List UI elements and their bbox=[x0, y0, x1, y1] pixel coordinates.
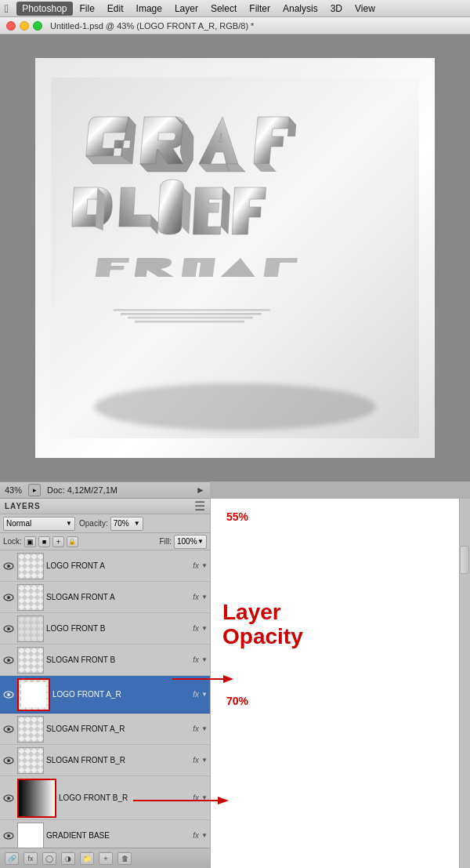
layer-link-button[interactable]: 🔗 bbox=[5, 852, 19, 865]
fill-input[interactable]: 100% ▼ bbox=[174, 535, 207, 549]
menu-photoshop[interactable]: Photoshop bbox=[16, 2, 72, 16]
right-scrollbar[interactable] bbox=[459, 499, 470, 868]
layer-eye-5[interactable] bbox=[2, 688, 15, 701]
layer-eye-9[interactable] bbox=[2, 830, 15, 842]
zoom-level: 43% bbox=[5, 485, 22, 495]
svg-rect-3 bbox=[121, 313, 262, 315]
layer-name-1: LOGO FRONT A bbox=[46, 561, 190, 570]
menu-bar:  Photoshop File Edit Image Layer Select… bbox=[0, 0, 470, 17]
opacity-value: 70% bbox=[114, 519, 129, 528]
menu-filter[interactable]: Filter bbox=[244, 2, 276, 16]
layer-arrow-1: ▼ bbox=[201, 562, 208, 569]
menu-file[interactable]: File bbox=[74, 2, 100, 16]
menu-edit[interactable]: Edit bbox=[102, 2, 129, 16]
layer-mask-button[interactable]: ◯ bbox=[42, 852, 56, 865]
layers-menu-button[interactable]: ☰ bbox=[194, 499, 205, 514]
layer-fx-3: fx bbox=[193, 624, 199, 633]
layer-name-3: LOGO FRONT B bbox=[46, 624, 190, 633]
svg-point-13 bbox=[7, 659, 10, 662]
layer-eye-3[interactable] bbox=[2, 623, 15, 635]
layer-thumb-8 bbox=[17, 779, 56, 818]
layer-name-4: SLOGAN FRONT B bbox=[46, 656, 190, 664]
layer-adj-button[interactable]: ◑ bbox=[61, 852, 75, 865]
layer-row-2[interactable]: SLOGAN FRONT A fx ▼ bbox=[0, 582, 210, 613]
title-bar: Untitled-1.psd @ 43% (LOGO FRONT A_R, RG… bbox=[0, 17, 470, 35]
opacity-input[interactable]: 70% ▼ bbox=[110, 517, 143, 531]
maximize-button[interactable] bbox=[33, 21, 42, 31]
svg-point-23 bbox=[7, 834, 10, 837]
layer-fx-button[interactable]: fx bbox=[24, 852, 38, 865]
layer-arrow-5: ▼ bbox=[201, 691, 208, 698]
layer-row-5-selected[interactable]: LOGO FRONT A_R fx ▼ bbox=[0, 676, 210, 714]
layer-row-1[interactable]: LOGO FRONT A fx ▼ bbox=[0, 550, 210, 582]
menu-3d[interactable]: 3D bbox=[325, 2, 348, 16]
layer-eye-4[interactable] bbox=[2, 654, 15, 666]
layer-fx-4: fx bbox=[193, 656, 199, 664]
svg-point-9 bbox=[7, 596, 10, 599]
layer-eye-8[interactable] bbox=[2, 792, 15, 804]
scrollbar-thumb[interactable] bbox=[460, 546, 469, 574]
layer-fx-6: fx bbox=[193, 725, 199, 733]
lock-transparent-button[interactable]: ▣ bbox=[24, 536, 36, 547]
menu-view[interactable]: View bbox=[349, 2, 381, 16]
layer-name-7: SLOGAN FRONT B_R bbox=[46, 756, 190, 764]
close-button[interactable] bbox=[6, 21, 16, 31]
opacity-arrow: ▼ bbox=[134, 520, 140, 527]
layer-arrow-9: ▼ bbox=[201, 832, 208, 839]
annotation-55-label: 55% bbox=[226, 510, 248, 523]
svg-point-21 bbox=[7, 797, 10, 800]
layer-thumb-1 bbox=[17, 553, 44, 579]
layer-thumb-3 bbox=[17, 616, 44, 642]
traffic-lights bbox=[6, 21, 42, 31]
layer-new-button[interactable]: + bbox=[99, 852, 113, 865]
lock-image-button[interactable]: ■ bbox=[38, 536, 50, 547]
right-panel: 55% LayerOpacity 70% bbox=[210, 499, 470, 868]
lock-label: Lock: bbox=[3, 537, 22, 546]
layer-row-3[interactable]: LOGO FRONT B fx ▼ bbox=[0, 613, 210, 645]
menu-layer[interactable]: Layer bbox=[169, 2, 204, 16]
layer-eye-6[interactable] bbox=[2, 723, 15, 735]
layer-row-6[interactable]: SLOGAN FRONT A_R fx ▼ bbox=[0, 714, 210, 745]
lock-position-button[interactable]: + bbox=[52, 536, 64, 547]
menu-image[interactable]: Image bbox=[131, 2, 168, 16]
annotation-70-label: 70% bbox=[226, 695, 248, 707]
layer-fx-1: fx bbox=[193, 561, 199, 570]
layer-fx-5: fx bbox=[193, 690, 199, 699]
svg-rect-2 bbox=[114, 309, 270, 311]
layer-eye-2[interactable] bbox=[2, 591, 15, 604]
canvas-artwork bbox=[51, 78, 419, 438]
status-icon[interactable]: ▸ bbox=[28, 484, 41, 496]
layer-name-8: LOGO FRONT B_R bbox=[59, 794, 190, 802]
status-expand[interactable]: ► bbox=[196, 485, 205, 496]
layer-row-8[interactable]: LOGO FRONT B_R fx ▼ bbox=[0, 776, 210, 820]
app-wrapper:  Photoshop File Edit Image Layer Select… bbox=[0, 0, 470, 868]
layers-title: LAYERS bbox=[5, 502, 41, 510]
minimize-button[interactable] bbox=[20, 21, 29, 31]
menu-items: Photoshop File Edit Image Layer Select F… bbox=[16, 2, 381, 16]
layer-name-5: LOGO FRONT A_R bbox=[52, 690, 190, 699]
blend-mode-label: Normal bbox=[6, 519, 31, 528]
layer-thumb-6 bbox=[17, 716, 44, 743]
svg-point-7 bbox=[7, 565, 10, 568]
layer-folder-button[interactable]: 📁 bbox=[80, 852, 94, 865]
menu-select[interactable]: Select bbox=[205, 2, 242, 16]
layer-arrow-8: ▼ bbox=[201, 794, 208, 801]
svg-point-15 bbox=[7, 693, 10, 696]
layer-eye-1[interactable] bbox=[2, 560, 15, 572]
layer-arrow-3: ▼ bbox=[201, 625, 208, 632]
layer-fx-8: fx bbox=[193, 794, 199, 802]
window-title: Untitled-1.psd @ 43% (LOGO FRONT A_R, RG… bbox=[50, 21, 254, 31]
blend-mode-select[interactable]: Normal ▼ bbox=[3, 517, 75, 531]
layer-row-7[interactable]: SLOGAN FRONT B_R fx ▼ bbox=[0, 745, 210, 776]
layer-row-4[interactable]: SLOGAN FRONT B fx ▼ bbox=[0, 645, 210, 676]
lock-all-button[interactable]: 🔒 bbox=[67, 536, 78, 547]
annotation-layer-opacity: LayerOpacity bbox=[222, 601, 303, 649]
layer-delete-button[interactable]: 🗑 bbox=[118, 852, 132, 865]
layer-thumb-9 bbox=[17, 823, 44, 849]
layer-thumb-4 bbox=[17, 647, 44, 674]
layer-row-9[interactable]: GRADIENT BASE fx ▼ bbox=[0, 820, 210, 852]
layer-name-9: GRADIENT BASE bbox=[46, 831, 190, 840]
menu-analysis[interactable]: Analysis bbox=[277, 2, 324, 16]
opacity-label: Opacity: bbox=[79, 519, 108, 528]
layer-eye-7[interactable] bbox=[2, 754, 15, 767]
